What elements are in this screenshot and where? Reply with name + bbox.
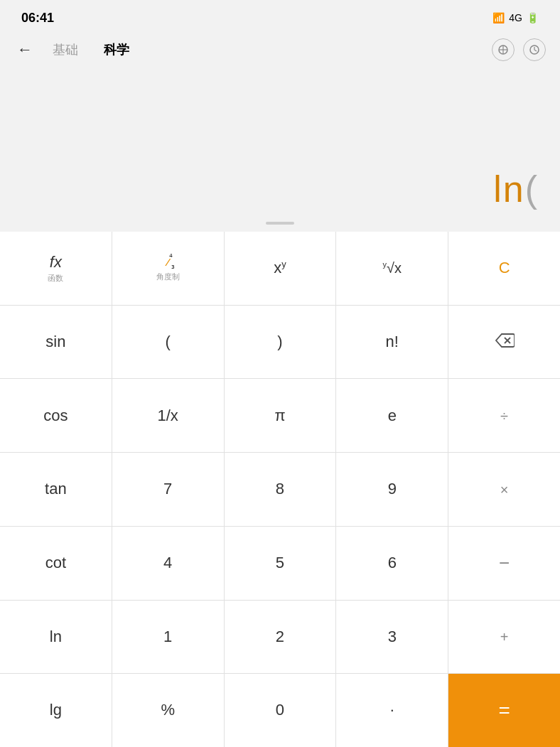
key-row-6: ln 1 2 3 + (0, 601, 560, 675)
key-6-label: 6 (388, 554, 397, 572)
key-row-5: cot 4 5 6 − (0, 527, 560, 601)
settings-icon[interactable] (492, 38, 515, 61)
key-8-label: 8 (276, 480, 284, 498)
key-equals[interactable]: = (448, 674, 560, 747)
nav-bar: ← 基础 科学 (0, 31, 560, 68)
key-clear-label: C (499, 259, 510, 277)
key-5-label: 5 (276, 554, 284, 572)
key-fx-sublabel: 函数 (48, 273, 63, 284)
key-equals-label: = (498, 699, 510, 723)
status-bar: 06:41 📶 4G 🔋 (0, 0, 560, 31)
key-2-label: 2 (276, 628, 284, 646)
key-cos[interactable]: cos (0, 379, 112, 452)
key-divide[interactable]: ÷ (448, 379, 560, 452)
key-angle-sublabel: 角度制 (156, 272, 180, 282)
key-9[interactable]: 9 (336, 453, 448, 526)
key-7-label: 7 (163, 480, 172, 498)
keyboard: fx 函数 ∕ ⁴ ₃ 角度制 xy y√x C sin (0, 232, 560, 747)
key-lg[interactable]: lg (0, 674, 112, 747)
display-expression: ln( (493, 168, 539, 210)
key-backspace[interactable] (448, 306, 560, 379)
key-row-4: tan 7 8 9 × (0, 453, 560, 527)
key-subtract-label: − (499, 554, 510, 572)
key-decimal[interactable]: · (336, 674, 448, 747)
key-fx-label: fx (50, 253, 62, 272)
key-reciprocal[interactable]: 1/x (112, 379, 225, 452)
history-icon[interactable] (523, 38, 546, 61)
key-percent[interactable]: % (112, 674, 225, 747)
key-close-paren-label: ) (277, 333, 282, 351)
key-pi[interactable]: π (225, 379, 337, 452)
key-nth-root-label: y√x (383, 259, 402, 276)
status-time: 06:41 (21, 11, 54, 26)
key-5[interactable]: 5 (225, 527, 337, 600)
key-add[interactable]: + (448, 601, 560, 674)
key-7[interactable]: 7 (112, 453, 225, 526)
key-subtract[interactable]: − (448, 527, 560, 600)
key-1[interactable]: 1 (112, 601, 225, 674)
network-type: 4G (509, 12, 522, 23)
tab-science[interactable]: 科学 (98, 38, 135, 61)
key-power-label: xy (274, 259, 286, 278)
key-cot-label: cot (45, 554, 66, 572)
tab-basic[interactable]: 基础 (47, 38, 84, 61)
key-add-label: + (500, 628, 509, 645)
key-fx[interactable]: fx 函数 (0, 232, 112, 305)
drag-handle (266, 222, 294, 225)
key-cos-label: cos (43, 407, 68, 425)
key-reciprocal-label: 1/x (158, 407, 178, 425)
key-nth-root[interactable]: y√x (336, 232, 448, 305)
key-close-paren[interactable]: ) (225, 306, 337, 379)
key-ln[interactable]: ln (0, 601, 112, 674)
key-clear[interactable]: C (448, 232, 560, 305)
key-2[interactable]: 2 (225, 601, 337, 674)
backspace-icon (495, 333, 515, 352)
key-power[interactable]: xy (225, 232, 337, 305)
key-sin-label: sin (45, 333, 65, 351)
key-4-label: 4 (163, 554, 172, 572)
key-lg-label: lg (50, 701, 62, 719)
key-6[interactable]: 6 (336, 527, 448, 600)
key-factorial-label: n! (386, 333, 399, 351)
key-decimal-label: · (390, 701, 394, 719)
key-multiply[interactable]: × (448, 453, 560, 526)
key-angle-mode[interactable]: ∕ ⁴ ₃ 角度制 (112, 232, 225, 305)
key-factorial[interactable]: n! (336, 306, 448, 379)
display-text: ln( (493, 168, 539, 210)
signal-icon: 📶 (492, 12, 505, 23)
key-divide-label: ÷ (500, 407, 508, 424)
key-open-paren-label: ( (166, 333, 171, 351)
nav-tabs: 基础 科学 (47, 38, 480, 61)
key-percent-label: % (161, 701, 175, 719)
key-e[interactable]: e (336, 379, 448, 452)
key-e-label: e (388, 407, 397, 425)
key-0-label: 0 (276, 701, 284, 719)
nav-actions (492, 38, 546, 61)
key-4[interactable]: 4 (112, 527, 225, 600)
key-3-label: 3 (388, 628, 397, 646)
key-1-label: 1 (163, 628, 172, 646)
key-0[interactable]: 0 (225, 674, 337, 747)
key-sin[interactable]: sin (0, 306, 112, 379)
display-area: ln( (0, 68, 560, 232)
key-row-3: cos 1/x π e ÷ (0, 379, 560, 453)
back-button[interactable]: ← (14, 38, 36, 62)
key-cot[interactable]: cot (0, 527, 112, 600)
status-icons: 📶 4G 🔋 (492, 12, 539, 23)
key-row-7: lg % 0 · = (0, 674, 560, 747)
key-row-1: fx 函数 ∕ ⁴ ₃ 角度制 xy y√x C (0, 232, 560, 306)
key-open-paren[interactable]: ( (112, 306, 225, 379)
battery-icon: 🔋 (527, 12, 539, 23)
key-pi-label: π (274, 407, 285, 425)
key-angle-label: ∕ ⁴ ₃ (167, 254, 169, 270)
key-tan-label: tan (45, 480, 67, 498)
key-multiply-label: × (500, 481, 509, 498)
key-ln-label: ln (50, 628, 62, 646)
key-tan[interactable]: tan (0, 453, 112, 526)
key-3[interactable]: 3 (336, 601, 448, 674)
key-9-label: 9 (388, 480, 397, 498)
key-row-2: sin ( ) n! (0, 306, 560, 380)
key-8[interactable]: 8 (225, 453, 337, 526)
